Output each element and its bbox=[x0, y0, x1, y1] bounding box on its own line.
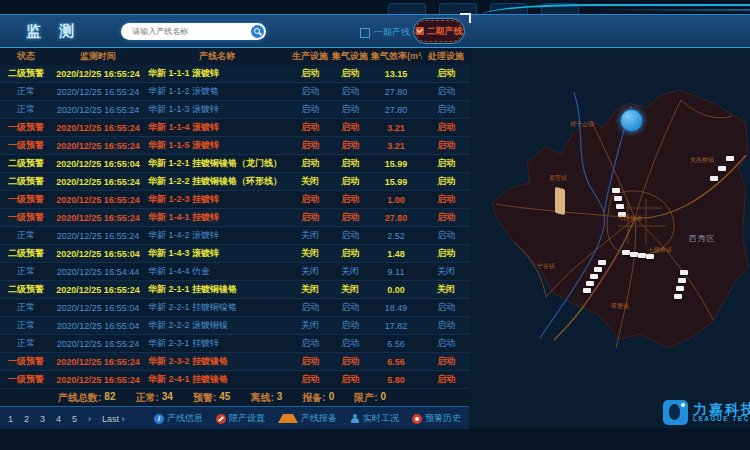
summary-label: 预警: bbox=[193, 391, 216, 405]
table-header-row: 状态监测时间产线名称生产设施集气设施集气效率(m³/s)处理设施 bbox=[0, 48, 470, 65]
search-box bbox=[121, 23, 266, 40]
footer-button[interactable]: 产线报备 bbox=[278, 412, 337, 425]
cell-treat: 启动 bbox=[422, 353, 470, 371]
cell-prod: 关闭 bbox=[290, 227, 330, 245]
map-marker[interactable] bbox=[630, 252, 638, 257]
table-row[interactable]: 一级预警2020/12/25 16:55:24华新 2-3-2 挂镀镍铬启动启动… bbox=[0, 353, 470, 371]
brand-name-en: LEAGUE TECH bbox=[693, 416, 750, 423]
map-marker[interactable] bbox=[646, 254, 654, 259]
cell-status: 一级预警 bbox=[0, 191, 52, 209]
cell-name: 华新 1-1-3 滚镀锌 bbox=[144, 101, 290, 119]
map-marker[interactable] bbox=[590, 274, 598, 279]
cell-eff: 2.52 bbox=[370, 227, 422, 245]
page-button[interactable]: 3 bbox=[40, 414, 45, 424]
map-marker[interactable] bbox=[586, 281, 594, 286]
map-marker[interactable] bbox=[710, 176, 718, 181]
table-row[interactable]: 二级预警2020/12/25 16:55:04华新 1-4-3 滚镀锌关闭启动1… bbox=[0, 245, 470, 263]
table-row[interactable]: 一级预警2020/12/25 16:55:24华新 1-1-5 滚镀锌启动启动3… bbox=[0, 137, 470, 155]
map-marker[interactable] bbox=[676, 286, 684, 291]
table-row[interactable]: 正常2020/12/25 16:55:24华新 1-4-2 滚镀锌关闭启动2.5… bbox=[0, 227, 470, 245]
bottom-strip bbox=[0, 429, 750, 450]
cell-gas: 启动 bbox=[330, 155, 370, 173]
summary-item: 正常:34 bbox=[135, 391, 172, 405]
map-marker[interactable] bbox=[622, 250, 630, 255]
map-marker[interactable] bbox=[678, 278, 686, 283]
map-marker[interactable] bbox=[674, 294, 682, 299]
district-label: 西秀区 bbox=[689, 233, 716, 244]
checkbox-checked-icon bbox=[416, 27, 424, 35]
cell-name: 华新 1-2-3 挂镀锌 bbox=[144, 191, 290, 209]
cell-status: 一级预警 bbox=[0, 371, 52, 389]
map-marker[interactable] bbox=[614, 196, 622, 201]
page-button[interactable]: › bbox=[88, 414, 91, 424]
cell-name: 华新 2-4-1 挂镀镍铬 bbox=[144, 371, 290, 389]
table-row[interactable]: 二级预警2020/12/25 16:55:04华新 1-2-1 挂镀铜镍铬（龙门… bbox=[0, 155, 470, 173]
map-marker[interactable] bbox=[594, 267, 602, 272]
table-row[interactable]: 二级预警2020/12/25 16:55:24华新 1-2-2 挂镀铜镍铬（环形… bbox=[0, 173, 470, 191]
pagination: 12345›Last › bbox=[0, 414, 125, 424]
page-button[interactable]: 1 bbox=[8, 414, 13, 424]
footer-button[interactable]: 预警历史 bbox=[412, 412, 461, 425]
table-row[interactable]: 一级预警2020/12/25 16:55:24华新 2-4-1 挂镀镍铬启动启动… bbox=[0, 371, 470, 389]
cell-prod: 关闭 bbox=[290, 263, 330, 281]
table-row[interactable]: 正常2020/12/25 16:55:24华新 1-1-3 滚镀锌启动启动27.… bbox=[0, 101, 470, 119]
footer-button[interactable]: 实时工况 bbox=[350, 412, 399, 425]
cell-prod: 关闭 bbox=[290, 317, 330, 335]
map-cluster-marker[interactable] bbox=[620, 109, 643, 132]
cell-treat: 启动 bbox=[422, 83, 470, 101]
cell-status: 正常 bbox=[0, 227, 52, 245]
table-row[interactable]: 一级预警2020/12/25 16:55:24华新 1-4-1 挂镀锌启动启动2… bbox=[0, 209, 470, 227]
footer-button[interactable]: 限产设置 bbox=[216, 412, 265, 425]
cell-treat: 启动 bbox=[422, 299, 470, 317]
cell-time: 2020/12/25 16:55:24 bbox=[52, 83, 144, 101]
map-marker[interactable] bbox=[616, 204, 624, 209]
phase1-checkbox[interactable]: 一期产线 bbox=[360, 26, 410, 39]
table-row[interactable]: 正常2020/12/25 16:55:24华新 1-1-2 滚镀铬启动启动27.… bbox=[0, 83, 470, 101]
map-marker[interactable] bbox=[726, 156, 734, 161]
page-button[interactable]: Last › bbox=[102, 414, 125, 424]
table-row[interactable]: 正常2020/12/25 16:55:04华新 2-2-1 挂镀铜镍铬启动启动1… bbox=[0, 299, 470, 317]
town-label: 蔡官镇 bbox=[549, 174, 567, 183]
cell-prod: 启动 bbox=[290, 119, 330, 137]
cell-prod: 关闭 bbox=[290, 245, 330, 263]
map-marker[interactable] bbox=[612, 188, 620, 193]
cell-eff: 1.00 bbox=[370, 191, 422, 209]
map-marker[interactable] bbox=[598, 260, 606, 265]
map-marker[interactable] bbox=[583, 288, 591, 293]
cell-time: 2020/12/25 16:55:24 bbox=[52, 65, 144, 83]
cell-time: 2020/12/25 16:55:24 bbox=[52, 119, 144, 137]
summary-label: 离线: bbox=[250, 391, 273, 405]
table-row[interactable]: 一级预警2020/12/25 16:55:24华新 1-1-4 滚镀锌启动启动3… bbox=[0, 119, 470, 137]
search-input[interactable] bbox=[130, 26, 236, 37]
cell-gas: 启动 bbox=[330, 83, 370, 101]
map-marker[interactable] bbox=[680, 270, 688, 275]
footer-button[interactable]: i产线信息 bbox=[154, 412, 203, 425]
map-marker[interactable] bbox=[718, 166, 726, 171]
page-button[interactable]: 5 bbox=[72, 414, 77, 424]
top-tab-decor bbox=[388, 3, 426, 14]
phase2-button[interactable]: 二期产线 bbox=[413, 18, 465, 44]
cell-prod: 启动 bbox=[290, 155, 330, 173]
page-button[interactable]: 4 bbox=[56, 414, 61, 424]
table-row[interactable]: 正常2020/12/25 16:55:04华新 2-2-2 滚镀铜镍关闭启动17… bbox=[0, 317, 470, 335]
cell-time: 2020/12/25 16:55:24 bbox=[52, 353, 144, 371]
map-marker[interactable] bbox=[638, 253, 646, 258]
cell-status: 二级预警 bbox=[0, 281, 52, 299]
page-button[interactable]: 2 bbox=[24, 414, 29, 424]
cell-status: 一级预警 bbox=[0, 119, 52, 137]
table-row[interactable]: 正常2020/12/25 16:54:44华新 1-4-4 仿金关闭关闭9.11… bbox=[0, 263, 470, 281]
cell-status: 二级预警 bbox=[0, 65, 52, 83]
cell-eff: 6.56 bbox=[370, 335, 422, 353]
cell-eff: 13.15 bbox=[370, 65, 422, 83]
town-label: 华西街道 bbox=[618, 214, 642, 223]
cell-name: 华新 1-4-1 挂镀锌 bbox=[144, 209, 290, 227]
table-row[interactable]: 二级预警2020/12/25 16:55:24华新 2-1-1 挂镀铜镍铬关闭关… bbox=[0, 281, 470, 299]
table-row[interactable]: 一级预警2020/12/25 16:55:24华新 1-2-3 挂镀锌启动启动1… bbox=[0, 191, 470, 209]
column-header: 产线名称 bbox=[144, 48, 290, 65]
cell-name: 华新 1-4-4 仿金 bbox=[144, 263, 290, 281]
cell-status: 正常 bbox=[0, 263, 52, 281]
table-row[interactable]: 正常2020/12/25 16:55:24华新 2-3-1 挂镀锌启动启动6.5… bbox=[0, 335, 470, 353]
cell-treat: 启动 bbox=[422, 137, 470, 155]
table-row[interactable]: 二级预警2020/12/25 16:55:24华新 1-1-1 滚镀锌启动启动1… bbox=[0, 65, 470, 83]
search-icon[interactable] bbox=[251, 25, 264, 38]
